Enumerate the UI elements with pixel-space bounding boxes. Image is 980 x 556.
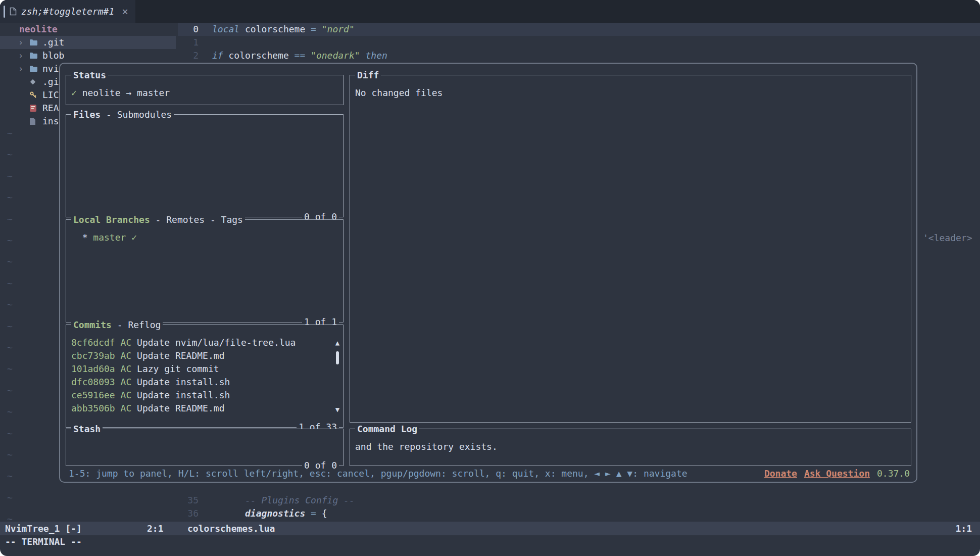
tree-root-name[interactable]: neolite [19, 23, 58, 36]
commits-scrollbar[interactable]: ▲ ▼ [333, 336, 341, 417]
lazygit-branches-panel[interactable]: Local Branches - Remotes - Tags * master… [66, 219, 344, 322]
tilde-marker: ~ [7, 384, 13, 397]
folder-icon [29, 39, 42, 46]
commits-panel-title: Commits - Reflog [71, 318, 163, 332]
commit-row[interactable]: cbc739ab AC Update README.md [71, 349, 338, 362]
tree-item-label: LIC [42, 88, 59, 102]
mode-indicator: -- TERMINAL -- [5, 535, 82, 548]
tree-item-git[interactable]: ›.git [0, 36, 176, 49]
panel-tab[interactable]: Reflog [128, 319, 161, 330]
commit-author: AC [121, 403, 132, 413]
commit-author: AC [121, 377, 132, 387]
lazygit-stash-panel[interactable]: Stash 0 of 0 [66, 429, 344, 466]
chevron-right-icon: › [18, 36, 29, 49]
commit-row[interactable]: dfc08093 AC Update install.sh [71, 376, 338, 389]
commit-message: Update install.sh [137, 390, 230, 400]
tab-close-icon[interactable]: × [122, 5, 128, 18]
commit-message: Update install.sh [137, 377, 230, 387]
commit-list: 8cf6dcdf AC Update nvim/lua/file-tree.lu… [71, 336, 338, 415]
commit-message: Lazy git commit [137, 363, 219, 374]
panel-tab[interactable]: Commits [73, 319, 112, 330]
branches-panel-title: Local Branches - Remotes - Tags [71, 213, 245, 226]
tilde-marker: ~ [7, 213, 13, 226]
tree-item-label: REA [42, 102, 59, 115]
tilde-marker: ~ [7, 470, 13, 483]
command-log-title: Command Log [355, 423, 419, 436]
panel-tab[interactable]: Submodules [117, 109, 172, 120]
tilde-marker: ~ [7, 298, 13, 311]
tree-item-label: .git [42, 36, 64, 49]
code-text: if colorscheme == "onedark" then [212, 49, 387, 62]
panel-tab[interactable]: Local Branches [73, 214, 150, 225]
tree-item-label: blob [42, 49, 64, 62]
tilde-marker: ~ [7, 127, 13, 140]
statusline-tree-position: 2:1 [147, 522, 164, 535]
code-buffer-bottom: 35 -- Plugins Config --36 diagnostics = … [178, 494, 980, 520]
tilde-marker: ~ [7, 234, 13, 247]
tilde-marker: ~ [7, 448, 13, 461]
commit-message: Update nvim/lua/file-tree.lua [137, 337, 296, 348]
commit-message: Update README.md [137, 350, 224, 361]
tabline: zsh;#toggleterm#1 × [0, 0, 980, 23]
folder-icon [29, 65, 42, 72]
line-number: 1 [178, 36, 199, 49]
code-buffer-top: 0local colorscheme = "nord"12if colorsch… [178, 23, 980, 62]
donate-link[interactable]: Donate [764, 467, 797, 480]
folder-icon [29, 52, 42, 59]
panel-tab[interactable]: Remotes [166, 214, 205, 225]
code-text: local colorscheme = "nord" [212, 23, 355, 36]
commit-message: Update README.md [137, 403, 224, 413]
commit-author: AC [121, 363, 132, 374]
tilde-marker: ~ [7, 427, 13, 440]
version-label: 0.37.0 [877, 467, 910, 480]
ask-question-link[interactable]: Ask Question [804, 467, 870, 480]
keybind-hints: 1-5: jump to panel, H/L: scroll left/rig… [69, 467, 757, 480]
lazygit-status-panel[interactable]: Status ✓ neolite → master [66, 75, 344, 105]
active-tab-indicator [4, 6, 5, 18]
terminal-file-icon [10, 7, 17, 16]
commit-hash: ce5916ee [71, 390, 115, 400]
tilde-marker: ~ [7, 405, 13, 419]
tilde-marker: ~ [7, 513, 13, 522]
files-panel-title: Files - Submodules [71, 108, 174, 121]
code-line: 2if colorscheme == "onedark" then [178, 49, 980, 62]
lazygit-diff-panel[interactable]: Diff No changed files [350, 75, 911, 423]
scroll-down-icon[interactable]: ▼ [333, 403, 341, 416]
tilde-marker: ~ [7, 320, 13, 333]
code-line: 1 [178, 36, 980, 49]
lazygit-commits-panel[interactable]: Commits - Reflog 8cf6dcdf AC Update nvim… [66, 325, 344, 428]
tree-item-label: .gi [42, 75, 59, 88]
commit-hash: cbc739ab [71, 350, 115, 361]
commit-row[interactable]: 8cf6dcdf AC Update nvim/lua/file-tree.lu… [71, 336, 338, 349]
terminal-tab[interactable]: zsh;#toggleterm#1 × [0, 0, 135, 23]
statusline-file-position: 1:1 [955, 522, 972, 535]
commit-author: AC [121, 337, 132, 348]
tilde-marker: ~ [7, 277, 13, 290]
code-line: 36 diagnostics = { [178, 507, 980, 520]
commit-row[interactable]: abb3506b AC Update README.md [71, 402, 338, 415]
statusline: NvimTree_1 [-] 2:1 colorschemes.lua 1:1 [0, 522, 980, 535]
scroll-up-icon[interactable]: ▲ [333, 336, 341, 349]
panel-tab[interactable]: Tags [221, 214, 243, 225]
tilde-marker: ~ [7, 491, 13, 504]
status-panel-title: Status [71, 69, 108, 82]
tree-item-label: nvi [42, 62, 59, 75]
command-log-content: and the repository exists. [355, 440, 906, 453]
lazygit-window: Status ✓ neolite → master Files - Submod… [59, 63, 917, 483]
branch-row[interactable]: * master ✓ [71, 231, 338, 244]
lazygit-files-panel[interactable]: Files - Submodules 0 of 0 [66, 114, 344, 217]
chevron-right-icon: › [18, 62, 29, 75]
lazygit-keybind-bar: 1-5: jump to panel, H/L: scroll left/rig… [69, 467, 910, 481]
diff-panel-title: Diff [355, 69, 381, 82]
commit-hash: dfc08093 [71, 377, 115, 387]
line-number: 35 [178, 494, 199, 507]
lazygit-command-log-panel[interactable]: Command Log and the repository exists. [350, 429, 911, 466]
tab-title: zsh;#toggleterm#1 [21, 5, 114, 18]
commit-author: AC [121, 390, 132, 400]
commit-row[interactable]: 101ad60a AC Lazy git commit [71, 362, 338, 376]
panel-tab[interactable]: Files [73, 109, 101, 120]
gitignore-icon [29, 78, 42, 85]
scrollbar-thumb[interactable] [336, 351, 339, 364]
commit-row[interactable]: ce5916ee AC Update install.sh [71, 389, 338, 402]
tree-item-blob[interactable]: ›blob [0, 49, 176, 62]
